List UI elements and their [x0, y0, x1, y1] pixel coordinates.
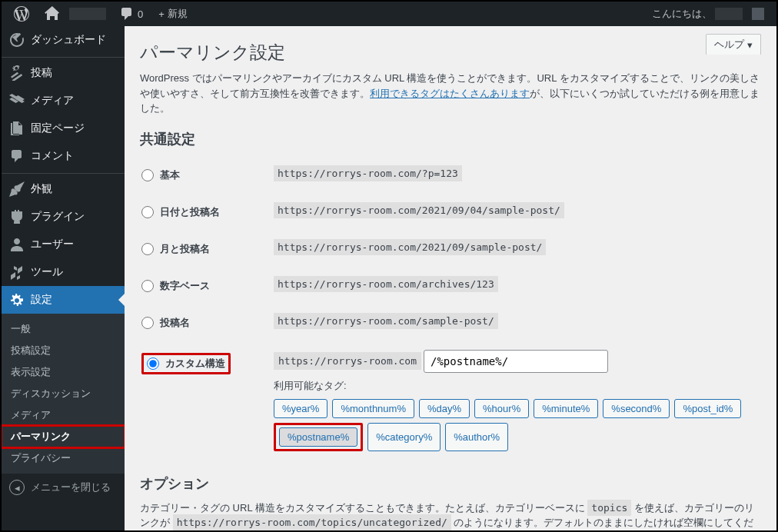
- submenu-discussion[interactable]: ディスカッション: [2, 383, 125, 404]
- home-link[interactable]: [38, 2, 66, 26]
- tag-second[interactable]: %second%: [603, 399, 670, 418]
- monthname-code: https://rorrys-room.com/2021/09/sample-p…: [274, 239, 546, 255]
- menu-comments[interactable]: コメント: [2, 142, 125, 170]
- custom-prefix: https://rorrys-room.com: [274, 352, 421, 370]
- submenu-general[interactable]: 一般: [2, 318, 125, 340]
- avatar: [752, 8, 764, 20]
- comments-count: 0: [138, 8, 143, 20]
- tag-minute[interactable]: %minute%: [534, 399, 598, 418]
- menu-tools[interactable]: ツール: [2, 258, 125, 286]
- submenu-reading[interactable]: 表示設定: [2, 361, 125, 383]
- admin-bar: 0 + 新規 こんにちは、: [2, 2, 776, 26]
- menu-appearance[interactable]: 外観: [2, 173, 125, 203]
- main-content: パーマリンク設定 ヘルプ ▾ WordPress ではパーマリンクやアーカイブに…: [125, 26, 776, 530]
- submenu-permalinks[interactable]: パーマリンク: [2, 426, 125, 447]
- comments-link[interactable]: 0: [113, 2, 149, 26]
- admin-sidebar: ダッシュボード 投稿 メディア 固定ページ コメント 外観 プラグイン ユーザー…: [2, 26, 125, 530]
- radio-custom[interactable]: カスタム構造: [147, 357, 225, 371]
- menu-media[interactable]: メディア: [2, 87, 125, 115]
- radio-monthname[interactable]: 月と投稿名: [141, 242, 264, 256]
- menu-posts[interactable]: 投稿: [2, 57, 125, 87]
- intro-text: WordPress ではパーマリンクやアーカイブにカスタム URL 構造を使うこ…: [140, 71, 761, 116]
- intro-link[interactable]: 利用できるタグはたくさんあります: [370, 88, 530, 99]
- new-content[interactable]: + 新規: [152, 2, 194, 26]
- dayname-code: https://rorrys-room.com/2021/09/04/sampl…: [274, 202, 564, 218]
- page-title: パーマリンク設定: [140, 34, 285, 68]
- wp-logo[interactable]: [8, 2, 35, 26]
- tag-monthnum[interactable]: %monthnum%: [332, 399, 414, 418]
- help-tab[interactable]: ヘルプ ▾: [706, 34, 761, 55]
- tag-year[interactable]: %year%: [274, 399, 327, 418]
- tag-postname[interactable]: %postname%: [279, 427, 357, 447]
- tag-postid[interactable]: %post_id%: [674, 399, 741, 418]
- option-heading: オプション: [140, 474, 761, 493]
- numeric-code: https://rorrys-room.com/archives/123: [274, 276, 498, 292]
- submenu-media[interactable]: メディア: [2, 404, 125, 426]
- tag-category[interactable]: %category%: [367, 423, 441, 451]
- plain-code: https://rorrys-room.com/?p=123: [274, 165, 462, 181]
- settings-submenu: 一般 投稿設定 表示設定 ディスカッション メディア パーマリンク プライバシー: [2, 314, 125, 474]
- tags-container: %year% %monthnum% %day% %hour% %minute% …: [274, 399, 760, 451]
- menu-pages[interactable]: 固定ページ: [2, 115, 125, 142]
- available-tags-label: 利用可能なタグ:: [274, 379, 760, 393]
- howdy[interactable]: こんにちは、: [646, 2, 770, 26]
- submenu-privacy[interactable]: プライバシー: [2, 447, 125, 469]
- tag-day[interactable]: %day%: [419, 399, 470, 418]
- option-description: カテゴリー・タグの URL 構造をカスタマイズすることもできます。たとえば、カテ…: [140, 500, 761, 531]
- menu-plugins[interactable]: プラグイン: [2, 203, 125, 231]
- site-name-block[interactable]: [69, 8, 106, 20]
- postname-code: https://rorrys-room.com/sample-post/: [274, 313, 498, 329]
- radio-dayname[interactable]: 日付と投稿名: [141, 205, 264, 219]
- menu-users[interactable]: ユーザー: [2, 231, 125, 258]
- collapse-menu[interactable]: ◂メニューを閉じる: [2, 474, 125, 501]
- custom-structure-input[interactable]: [424, 350, 608, 373]
- radio-postname[interactable]: 投稿名: [141, 316, 264, 330]
- submenu-writing[interactable]: 投稿設定: [2, 340, 125, 361]
- common-settings-heading: 共通設定: [140, 130, 761, 148]
- menu-settings[interactable]: 設定: [2, 286, 125, 314]
- radio-plain[interactable]: 基本: [141, 168, 264, 182]
- radio-numeric[interactable]: 数字ベース: [141, 279, 264, 293]
- tag-author[interactable]: %author%: [445, 423, 508, 451]
- tag-hour[interactable]: %hour%: [474, 399, 529, 418]
- menu-dashboard[interactable]: ダッシュボード: [2, 26, 125, 54]
